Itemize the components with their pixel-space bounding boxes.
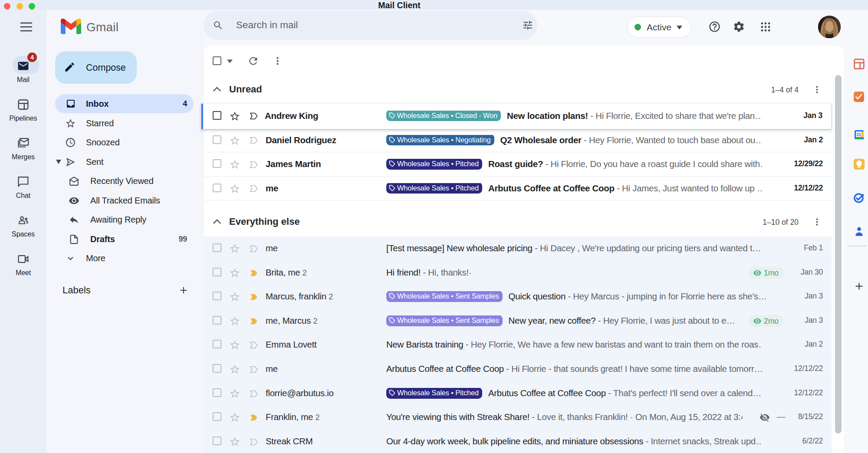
svg-text:31: 31 <box>856 132 861 137</box>
